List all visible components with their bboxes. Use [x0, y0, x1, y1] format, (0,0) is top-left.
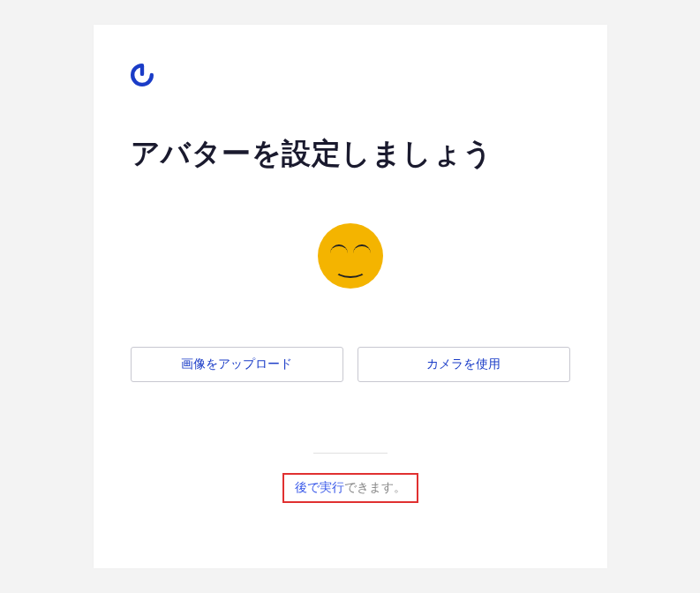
skip-link[interactable]: 後で実行 [295, 480, 344, 494]
gravatar-logo-icon [131, 64, 154, 86]
use-camera-button[interactable]: カメラを使用 [358, 347, 570, 382]
upload-image-button[interactable]: 画像をアップロード [131, 347, 343, 382]
page-title: アバターを設定しましょう [131, 134, 570, 174]
action-buttons: 画像をアップロード カメラを使用 [131, 347, 570, 382]
avatar-preview-area [131, 223, 570, 289]
skip-highlight: 後で実行できます。 [282, 473, 418, 503]
setup-card: アバターを設定しましょう 画像をアップロード カメラを使用 後で実行できます。 [94, 25, 607, 568]
skip-text: できます。 [344, 480, 406, 494]
divider [313, 453, 388, 454]
skip-container: 後で実行できます。 [131, 473, 570, 503]
smiley-avatar-icon [318, 223, 383, 289]
